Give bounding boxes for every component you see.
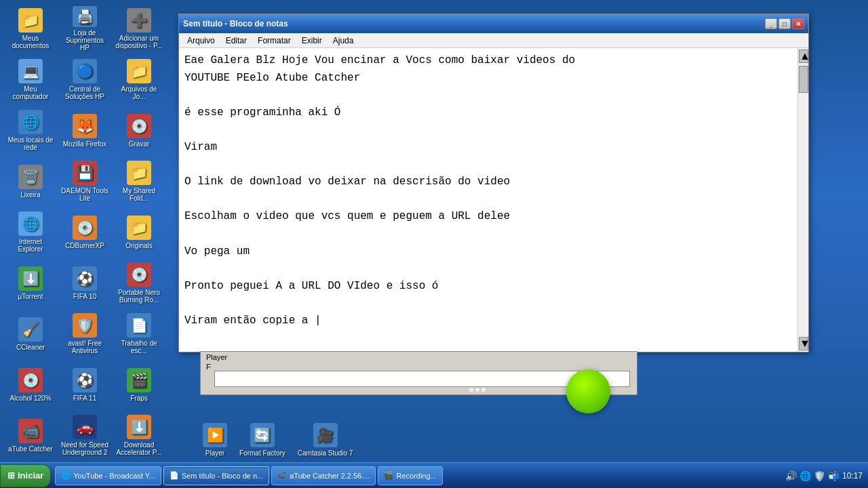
icon-need-for-speed[interactable]: 🚗 Need for Speed Underground 2: [58, 410, 112, 461]
taskbar-task-youtube[interactable]: 🌐 YouTube - Broadcast Y...: [55, 466, 161, 485]
notepad-window: Sem título - Bloco de notas _ □ ✕ Arquiv…: [178, 14, 809, 352]
loja-suprimentos-icon: 🖨️: [73, 6, 97, 27]
icon-format-factory[interactable]: 🔄 Format Factory: [237, 420, 288, 460]
icon-daemon-tools[interactable]: 💾 DAEMON Tools Lite: [58, 156, 112, 207]
notepad-text[interactable]: Eae Galera Blz Hoje Vou encinar a Vocs c…: [179, 48, 797, 334]
portable-nero-icon: 💿: [127, 262, 151, 287]
notification-icon[interactable]: 📬: [828, 470, 840, 481]
my-shared-fold-icon: 📁: [127, 161, 151, 185]
icon-fifa-10[interactable]: ⚽ FIFA 10: [58, 258, 112, 308]
taskbar-task-atube[interactable]: 📹 aTube Catcher 2.2.56....: [271, 466, 376, 485]
meus-documentos-icon: 📁: [18, 8, 43, 33]
central-solucoes-icon: 🔵: [73, 59, 97, 83]
icon-my-shared-fold[interactable]: 📁 My Shared Fold...: [112, 156, 166, 207]
recording-task-label: Recording...: [396, 472, 436, 480]
menu-formatar[interactable]: Formatar: [252, 35, 296, 47]
icon-label: Trabalho de esc...: [115, 340, 163, 354]
icon-label: CCleaner: [16, 344, 45, 351]
icon-player-bottom[interactable]: ▶️ Player: [200, 420, 230, 460]
scroll-thumb[interactable]: [799, 66, 808, 93]
icon-label: Meus documentos: [6, 35, 55, 49]
icon-avast[interactable]: 🛡️ avast! Free Antivirus: [58, 308, 112, 359]
taskbar-task-recording[interactable]: 🎬 Recording...: [378, 466, 442, 485]
ccleaner-icon: 🧹: [18, 317, 43, 342]
notepad-task-label: Sem título - Bloco de n...: [182, 472, 263, 480]
menu-ajuda[interactable]: Ajuda: [328, 35, 359, 47]
icon-label: Central de Soluções HP: [60, 85, 109, 100]
icon-fifa-11[interactable]: ⚽ FIFA 11: [58, 359, 112, 410]
icon-ccleaner[interactable]: 🧹 CCleaner: [3, 308, 58, 359]
originals-icon: 📁: [127, 216, 151, 240]
icon-label: aTube Catcher: [8, 445, 53, 453]
taskbar: ⊞ Iniciar 🌐 YouTube - Broadcast Y... 📄 S…: [0, 462, 868, 488]
mozilla-firefox-icon: 🦊: [73, 114, 97, 138]
icon-alcohol-120[interactable]: 💿 Alcohol 120%: [3, 359, 58, 410]
icon-arquivos-jogos[interactable]: 📁 Arquivos de Jo...: [112, 54, 166, 105]
download-accelerator-icon: ⬇️: [127, 415, 151, 439]
speaker-icon[interactable]: 🔊: [785, 470, 797, 481]
scroll-down-arrow[interactable]: ▼: [799, 337, 808, 350]
adicionar-dispositivo-icon: ➕: [127, 8, 151, 33]
icon-label: DAEMON Tools Lite: [60, 187, 109, 202]
icon-loja-suprimentos[interactable]: 🖨️ Loja de Suprimentos HP: [58, 3, 112, 54]
fraps-icon: 🎬: [127, 368, 151, 392]
scroll-up-arrow[interactable]: ▲: [799, 49, 808, 63]
icon-meu-computador[interactable]: 💻 Meu computador: [3, 54, 58, 105]
notepad-titlebar[interactable]: Sem título - Bloco de notas _ □ ✕: [179, 14, 808, 33]
icon-lixeira[interactable]: 🗑️ Lixeira: [3, 156, 58, 207]
notepad-task-icon: 📄: [170, 471, 179, 480]
menu-exibir[interactable]: Exibir: [296, 35, 328, 47]
menu-arquivo[interactable]: Arquivo: [182, 35, 220, 47]
security-icon[interactable]: 🛡️: [814, 470, 825, 481]
close-button[interactable]: ✕: [792, 18, 804, 29]
recording-task-icon: 🎬: [384, 471, 393, 480]
icon-fraps[interactable]: 🎬 Fraps: [112, 359, 166, 410]
youtube-task-icon: 🌐: [61, 471, 71, 480]
icon-mozilla-firefox[interactable]: 🦊 Mozilla Firefox: [58, 105, 112, 156]
icon-trabalho-esc[interactable]: 📄 Trabalho de esc...: [112, 308, 166, 359]
start-button[interactable]: ⊞ Iniciar: [0, 464, 51, 487]
icon-meus-documentos[interactable]: 📁 Meus documentos: [3, 3, 58, 54]
icon-label: Arquivos de Jo...: [115, 85, 163, 100]
icon-utorrent[interactable]: ⬇️ µTorrent: [3, 258, 58, 308]
fifa-10-icon: ⚽: [73, 266, 97, 291]
icon-central-solucoes[interactable]: 🔵 Central de Soluções HP: [58, 54, 112, 105]
icon-label: My Shared Fold...: [115, 187, 163, 202]
gravar-icon: 💿: [127, 114, 151, 138]
icon-label: Fraps: [130, 394, 148, 402]
icon-internet-explorer[interactable]: 🌐 Internet Explorer: [3, 207, 58, 258]
network-icon[interactable]: 🌐: [800, 470, 811, 481]
icon-label: Portable Nero Burning Ro...: [115, 289, 163, 304]
icon-atube-catcher[interactable]: 📹 aTube Catcher: [3, 410, 58, 461]
notepad-content-area[interactable]: Eae Galera Blz Hoje Vou encinar a Vocs c…: [179, 48, 808, 352]
icon-meus-locais-rede[interactable]: 🌐 Meus locais de rede: [3, 105, 58, 156]
maximize-button[interactable]: □: [778, 18, 791, 29]
avast-icon: 🛡️: [73, 313, 97, 338]
icon-originals[interactable]: 📁 Originals: [112, 207, 166, 258]
atube-catcher-icon: 📹: [18, 419, 43, 443]
icon-label: FIFA 10: [73, 293, 96, 300]
taskbar-task-notepad[interactable]: 📄 Sem título - Bloco de n...: [163, 466, 269, 485]
icon-camtasia[interactable]: 🎥 Camtasia Studio 7: [295, 420, 356, 460]
taskbar-tasks: 🌐 YouTube - Broadcast Y... 📄 Sem título …: [55, 466, 780, 485]
icon-label: Meu computador: [6, 85, 55, 100]
icon-label: Lixeira: [20, 191, 40, 199]
fifa-11-icon: ⚽: [73, 368, 97, 392]
start-label: Iniciar: [18, 470, 43, 481]
daemon-tools-icon: 💾: [73, 161, 97, 185]
minimize-button[interactable]: _: [765, 18, 777, 29]
need-for-speed-icon: 🚗: [73, 415, 97, 439]
icon-portable-nero[interactable]: 💿 Portable Nero Burning Ro...: [112, 258, 166, 308]
menu-editar[interactable]: Editar: [220, 35, 252, 47]
vertical-scrollbar[interactable]: ▲ ▼: [797, 48, 808, 352]
icon-cdburnerxp[interactable]: 💿 CDBurnerXP: [58, 207, 112, 258]
system-clock: 10:17: [842, 471, 863, 481]
icon-download-accelerator[interactable]: ⬇️ Download Accelerator P...: [112, 410, 166, 461]
player-sub-label: F: [206, 363, 211, 371]
icon-label: µTorrent: [18, 293, 43, 300]
icon-label: Alcohol 120%: [9, 394, 51, 402]
icon-gravar[interactable]: 💿 Gravar: [112, 105, 166, 156]
icon-label: CDBurnerXP: [65, 242, 104, 249]
titlebar-buttons: _ □ ✕: [765, 18, 804, 29]
icon-adicionar-dispositivo[interactable]: ➕ Adicionar um dispositivo - P...: [112, 3, 166, 54]
